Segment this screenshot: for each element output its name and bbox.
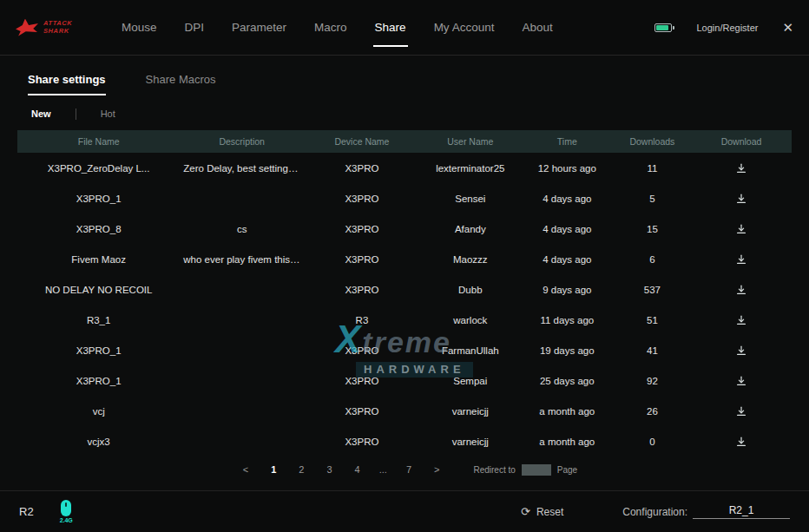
cell-user-name: Afandy — [420, 224, 521, 234]
cell-downloads: 537 — [614, 285, 691, 295]
close-icon[interactable]: ✕ — [782, 21, 793, 34]
cell-file-name: X3PRO_ZeroDelay L... — [17, 163, 180, 174]
table-row[interactable]: Fivem Maoz who ever play fivem this is f… — [17, 244, 792, 274]
download-button[interactable] — [691, 436, 792, 448]
cell-downloads: 26 — [614, 406, 691, 417]
cell-file-name: X3PRO_1 — [17, 345, 180, 356]
nav-tab-dpi[interactable]: DPI — [185, 16, 205, 39]
table-row[interactable]: NO DELAY NO RECOIL X3PRO Dubb 9 days ago… — [17, 274, 792, 305]
device-name: R2 — [19, 505, 34, 518]
cell-device-name: R3 — [304, 315, 420, 325]
download-button[interactable] — [691, 345, 792, 357]
column-header-time: Time — [521, 136, 614, 147]
nav-tab-share[interactable]: Share — [375, 16, 406, 39]
pagination-bar: <1234...7> Redirect to Page — [17, 461, 792, 478]
cell-description: cs — [180, 224, 304, 234]
next-page-button[interactable]: > — [434, 464, 439, 475]
page-number-2[interactable]: 2 — [299, 464, 304, 475]
cell-time: a month ago — [521, 437, 614, 447]
share-tab-bar: Share settings Share Macros — [28, 73, 792, 95]
download-button[interactable] — [691, 314, 792, 326]
download-icon — [735, 253, 747, 266]
column-header-downloads: Downloads — [614, 136, 691, 147]
page-number-4[interactable]: 4 — [355, 464, 360, 475]
cell-device-name: X3PRO — [304, 194, 420, 204]
cell-downloads: 92 — [614, 376, 691, 386]
brand-logo-text: ATTACK SHARK — [43, 20, 89, 35]
cell-device-name: X3PRO — [304, 376, 420, 386]
download-button[interactable] — [691, 253, 792, 266]
tab-share-settings[interactable]: Share settings — [28, 73, 106, 95]
download-icon — [735, 162, 747, 174]
page-number-3[interactable]: 3 — [326, 464, 332, 475]
table-row[interactable]: X3PRO_1 X3PRO FarmanUllah 19 days ago 41 — [17, 335, 792, 365]
page-list: <1234...7> — [232, 464, 451, 475]
cell-file-name: Fivem Maoz — [17, 254, 180, 265]
cell-time: 11 days ago — [521, 315, 614, 325]
cell-device-name: X3PRO — [304, 437, 420, 447]
cell-device-name: X3PRO — [304, 285, 420, 295]
nav-tab-parameter[interactable]: Parameter — [232, 16, 286, 39]
cell-device-name: X3PRO — [304, 163, 420, 174]
tab-share-macros[interactable]: Share Macros — [146, 73, 216, 95]
login-register-link[interactable]: Login/Register — [696, 23, 758, 33]
table-row[interactable]: X3PRO_1 X3PRO Sensei 4 days ago 5 — [17, 183, 792, 213]
table-row[interactable]: X3PRO_ZeroDelay L... Zero Delay, best se… — [17, 153, 792, 183]
cell-downloads: 11 — [614, 163, 691, 174]
cell-user-name: varneicjj — [420, 406, 521, 417]
nav-tab-mouse[interactable]: Mouse — [122, 16, 157, 39]
prev-page-button[interactable]: < — [243, 464, 248, 475]
table-row[interactable]: vcj X3PRO varneicjj a month ago 26 — [17, 396, 792, 426]
download-button[interactable] — [691, 375, 792, 387]
configuration-value[interactable]: R2_1 — [693, 504, 790, 519]
reset-icon: ⟳ — [521, 505, 530, 518]
nav-tab-my-account[interactable]: My Account — [434, 16, 495, 39]
cell-file-name: vcjx3 — [17, 437, 180, 447]
table-body: X3PRO_ZeroDelay L... Zero Delay, best se… — [17, 153, 792, 456]
download-button[interactable] — [691, 162, 792, 174]
cell-time: 4 days ago — [521, 224, 614, 234]
download-button[interactable] — [691, 405, 792, 417]
download-button[interactable] — [691, 284, 792, 296]
cell-time: a month ago — [521, 406, 614, 417]
download-icon — [735, 405, 747, 417]
connection-status[interactable]: 2.4G — [60, 500, 73, 523]
download-button[interactable] — [691, 193, 792, 205]
table-row[interactable]: R3_1 R3 warlock 11 days ago 51 — [17, 305, 792, 335]
nav-tab-about[interactable]: About — [522, 16, 552, 39]
cell-device-name: X3PRO — [304, 406, 420, 417]
column-header-user-name: User Name — [420, 136, 521, 147]
page-number-1[interactable]: 1 — [271, 464, 276, 475]
cell-user-name: Maozzz — [420, 254, 521, 265]
cell-downloads: 5 — [614, 194, 691, 204]
download-icon — [735, 223, 747, 235]
download-icon — [735, 193, 747, 205]
table-row[interactable]: X3PRO_8 cs X3PRO Afandy 4 days ago 15 — [17, 213, 792, 244]
sort-tab-hot[interactable]: Hot — [101, 108, 115, 119]
download-button[interactable] — [691, 223, 792, 235]
top-bar: ATTACK SHARK MouseDPIParameterMacroShare… — [0, 0, 809, 56]
bottom-bar: R2 2.4G ⟳ Reset Configuration: R2_1 — [0, 490, 809, 532]
redirect-page-input[interactable] — [522, 464, 551, 476]
cell-time: 9 days ago — [521, 285, 614, 295]
cell-description: Zero Delay, best settings for ... — [180, 163, 304, 174]
sort-tab-new[interactable]: New — [31, 108, 51, 119]
share-page: Share settings Share Macros New Hot File… — [0, 73, 809, 478]
page-ellipsis: ... — [379, 464, 387, 475]
cell-user-name: Dubb — [420, 285, 521, 295]
download-icon — [735, 345, 747, 357]
cell-device-name: X3PRO — [304, 345, 420, 356]
table-row[interactable]: vcjx3 X3PRO varneicjj a month ago 0 — [17, 426, 792, 456]
column-header-file-name: File Name — [17, 136, 180, 147]
connection-label: 2.4G — [60, 517, 73, 523]
page-number-7[interactable]: 7 — [406, 464, 411, 475]
cell-downloads: 0 — [614, 437, 691, 447]
redirect-label: Redirect to — [473, 465, 515, 475]
redirect-group: Redirect to Page — [473, 464, 577, 476]
reset-button[interactable]: ⟳ Reset — [521, 505, 563, 518]
table-row[interactable]: X3PRO_1 X3PRO Sempai 25 days ago 92 — [17, 365, 792, 396]
download-icon — [735, 284, 747, 296]
column-header-description: Description — [180, 136, 304, 147]
nav-tab-macro[interactable]: Macro — [314, 16, 347, 39]
battery-icon — [654, 23, 672, 32]
